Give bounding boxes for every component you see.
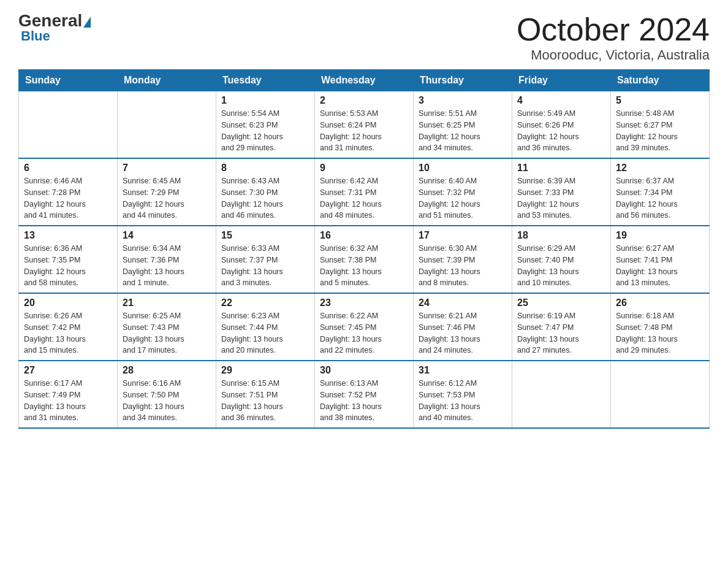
day-info: Sunrise: 6:13 AMSunset: 7:52 PMDaylight:… <box>320 378 408 424</box>
day-number: 30 <box>320 365 408 376</box>
day-info: Sunrise: 6:22 AMSunset: 7:45 PMDaylight:… <box>320 310 408 356</box>
day-number: 22 <box>221 297 309 308</box>
day-info: Sunrise: 6:43 AMSunset: 7:30 PMDaylight:… <box>221 175 309 221</box>
calendar-header-tuesday: Tuesday <box>216 70 315 91</box>
calendar-week-row: 6Sunrise: 6:46 AMSunset: 7:28 PMDaylight… <box>19 158 710 226</box>
calendar-cell: 25Sunrise: 6:19 AMSunset: 7:47 PMDayligh… <box>512 293 611 361</box>
calendar-header-monday: Monday <box>118 70 216 91</box>
day-info: Sunrise: 6:36 AMSunset: 7:35 PMDaylight:… <box>24 243 112 289</box>
day-number: 9 <box>320 163 408 174</box>
day-number: 31 <box>419 365 507 376</box>
calendar-cell: 22Sunrise: 6:23 AMSunset: 7:44 PMDayligh… <box>216 293 315 361</box>
day-number: 7 <box>123 163 211 174</box>
day-info: Sunrise: 6:15 AMSunset: 7:51 PMDaylight:… <box>221 378 309 424</box>
calendar-week-row: 1Sunrise: 5:54 AMSunset: 6:23 PMDaylight… <box>19 91 710 159</box>
calendar-cell: 19Sunrise: 6:27 AMSunset: 7:41 PMDayligh… <box>611 226 710 293</box>
day-number: 12 <box>616 163 704 174</box>
calendar-header-thursday: Thursday <box>414 70 512 91</box>
calendar-header-friday: Friday <box>512 70 611 91</box>
calendar-cell: 5Sunrise: 5:48 AMSunset: 6:27 PMDaylight… <box>611 91 710 159</box>
calendar-cell <box>19 91 118 159</box>
day-number: 17 <box>419 230 507 241</box>
day-number: 25 <box>517 297 605 308</box>
calendar-cell: 8Sunrise: 6:43 AMSunset: 7:30 PMDaylight… <box>216 158 315 226</box>
day-number: 6 <box>24 163 112 174</box>
day-number: 8 <box>221 163 309 174</box>
calendar-cell: 10Sunrise: 6:40 AMSunset: 7:32 PMDayligh… <box>414 158 512 226</box>
day-info: Sunrise: 6:30 AMSunset: 7:39 PMDaylight:… <box>419 243 507 289</box>
day-info: Sunrise: 6:37 AMSunset: 7:34 PMDaylight:… <box>616 175 704 221</box>
calendar-cell: 24Sunrise: 6:21 AMSunset: 7:46 PMDayligh… <box>414 293 512 361</box>
day-number: 19 <box>616 230 704 241</box>
day-number: 16 <box>320 230 408 241</box>
day-number: 4 <box>517 95 605 106</box>
day-info: Sunrise: 6:32 AMSunset: 7:38 PMDaylight:… <box>320 243 408 289</box>
day-info: Sunrise: 5:54 AMSunset: 6:23 PMDaylight:… <box>221 108 309 154</box>
day-number: 3 <box>419 95 507 106</box>
calendar-cell: 14Sunrise: 6:34 AMSunset: 7:36 PMDayligh… <box>118 226 216 293</box>
calendar-cell: 26Sunrise: 6:18 AMSunset: 7:48 PMDayligh… <box>611 293 710 361</box>
calendar-cell: 4Sunrise: 5:49 AMSunset: 6:26 PMDaylight… <box>512 91 611 159</box>
calendar-cell <box>118 91 216 159</box>
calendar-cell: 6Sunrise: 6:46 AMSunset: 7:28 PMDaylight… <box>19 158 118 226</box>
day-number: 15 <box>221 230 309 241</box>
day-info: Sunrise: 6:33 AMSunset: 7:37 PMDaylight:… <box>221 243 309 289</box>
day-info: Sunrise: 6:12 AMSunset: 7:53 PMDaylight:… <box>419 378 507 424</box>
day-number: 23 <box>320 297 408 308</box>
calendar-week-row: 20Sunrise: 6:26 AMSunset: 7:42 PMDayligh… <box>19 293 710 361</box>
calendar-cell: 30Sunrise: 6:13 AMSunset: 7:52 PMDayligh… <box>315 361 414 428</box>
calendar-cell: 7Sunrise: 6:45 AMSunset: 7:29 PMDaylight… <box>118 158 216 226</box>
day-number: 26 <box>616 297 704 308</box>
day-info: Sunrise: 6:42 AMSunset: 7:31 PMDaylight:… <box>320 175 408 221</box>
day-number: 29 <box>221 365 309 376</box>
calendar-cell: 21Sunrise: 6:25 AMSunset: 7:43 PMDayligh… <box>118 293 216 361</box>
calendar-cell: 2Sunrise: 5:53 AMSunset: 6:24 PMDaylight… <box>315 91 414 159</box>
day-info: Sunrise: 6:26 AMSunset: 7:42 PMDaylight:… <box>24 310 112 356</box>
day-info: Sunrise: 6:18 AMSunset: 7:48 PMDaylight:… <box>616 310 704 356</box>
calendar-cell: 1Sunrise: 5:54 AMSunset: 6:23 PMDaylight… <box>216 91 315 159</box>
day-info: Sunrise: 6:23 AMSunset: 7:44 PMDaylight:… <box>221 310 309 356</box>
logo-top: General <box>18 12 91 29</box>
day-number: 10 <box>419 163 507 174</box>
day-info: Sunrise: 5:53 AMSunset: 6:24 PMDaylight:… <box>320 108 408 154</box>
day-info: Sunrise: 6:19 AMSunset: 7:47 PMDaylight:… <box>517 310 605 356</box>
day-info: Sunrise: 6:25 AMSunset: 7:43 PMDaylight:… <box>123 310 211 356</box>
logo-general: General <box>18 11 82 30</box>
calendar-week-row: 27Sunrise: 6:17 AMSunset: 7:49 PMDayligh… <box>19 361 710 428</box>
day-number: 21 <box>123 297 211 308</box>
calendar-cell: 13Sunrise: 6:36 AMSunset: 7:35 PMDayligh… <box>19 226 118 293</box>
day-number: 28 <box>123 365 211 376</box>
logo-triangle-icon <box>83 17 91 28</box>
calendar-cell: 17Sunrise: 6:30 AMSunset: 7:39 PMDayligh… <box>414 226 512 293</box>
calendar-cell: 3Sunrise: 5:51 AMSunset: 6:25 PMDaylight… <box>414 91 512 159</box>
day-info: Sunrise: 5:48 AMSunset: 6:27 PMDaylight:… <box>616 108 704 154</box>
calendar-cell: 15Sunrise: 6:33 AMSunset: 7:37 PMDayligh… <box>216 226 315 293</box>
day-number: 14 <box>123 230 211 241</box>
day-number: 20 <box>24 297 112 308</box>
day-info: Sunrise: 6:34 AMSunset: 7:36 PMDaylight:… <box>123 243 211 289</box>
day-info: Sunrise: 6:29 AMSunset: 7:40 PMDaylight:… <box>517 243 605 289</box>
calendar-header-row: SundayMondayTuesdayWednesdayThursdayFrid… <box>19 70 710 91</box>
calendar-cell: 18Sunrise: 6:29 AMSunset: 7:40 PMDayligh… <box>512 226 611 293</box>
day-number: 27 <box>24 365 112 376</box>
title-block: October 2024 Moorooduc, Victoria, Austra… <box>517 12 710 63</box>
calendar-cell: 29Sunrise: 6:15 AMSunset: 7:51 PMDayligh… <box>216 361 315 428</box>
day-info: Sunrise: 6:39 AMSunset: 7:33 PMDaylight:… <box>517 175 605 221</box>
calendar-cell <box>611 361 710 428</box>
calendar-cell: 31Sunrise: 6:12 AMSunset: 7:53 PMDayligh… <box>414 361 512 428</box>
day-number: 13 <box>24 230 112 241</box>
day-info: Sunrise: 6:16 AMSunset: 7:50 PMDaylight:… <box>123 378 211 424</box>
logo: General Blue <box>18 12 91 44</box>
calendar-cell: 28Sunrise: 6:16 AMSunset: 7:50 PMDayligh… <box>118 361 216 428</box>
day-info: Sunrise: 6:46 AMSunset: 7:28 PMDaylight:… <box>24 175 112 221</box>
page-title: October 2024 <box>517 12 710 47</box>
calendar-cell: 27Sunrise: 6:17 AMSunset: 7:49 PMDayligh… <box>19 361 118 428</box>
calendar-cell: 12Sunrise: 6:37 AMSunset: 7:34 PMDayligh… <box>611 158 710 226</box>
day-info: Sunrise: 6:40 AMSunset: 7:32 PMDaylight:… <box>419 175 507 221</box>
calendar-cell: 11Sunrise: 6:39 AMSunset: 7:33 PMDayligh… <box>512 158 611 226</box>
calendar-cell: 16Sunrise: 6:32 AMSunset: 7:38 PMDayligh… <box>315 226 414 293</box>
day-info: Sunrise: 6:27 AMSunset: 7:41 PMDaylight:… <box>616 243 704 289</box>
day-info: Sunrise: 5:49 AMSunset: 6:26 PMDaylight:… <box>517 108 605 154</box>
day-number: 18 <box>517 230 605 241</box>
day-number: 24 <box>419 297 507 308</box>
